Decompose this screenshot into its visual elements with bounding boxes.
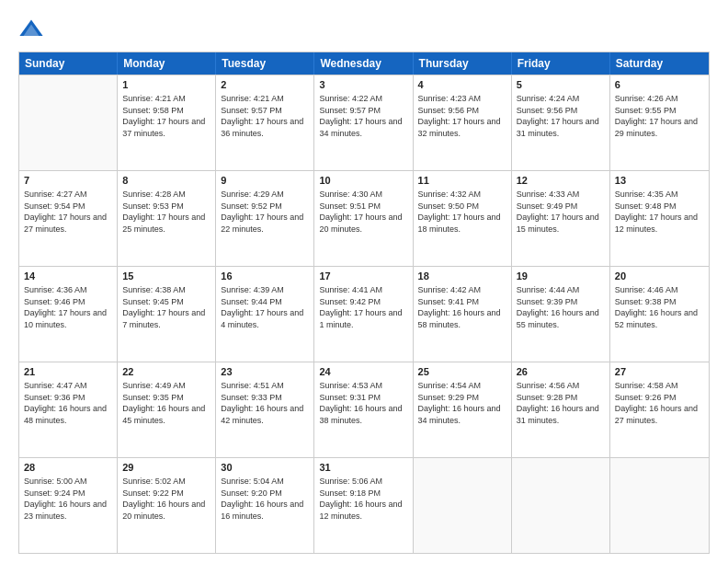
day-number: 6 — [615, 78, 704, 92]
calendar: SundayMondayTuesdayWednesdayThursdayFrid… — [18, 52, 710, 554]
day-number: 22 — [122, 365, 210, 379]
cal-header-cell: Sunday — [19, 52, 118, 75]
header — [18, 17, 710, 42]
cell-info: Sunrise: 4:35 AM Sunset: 9:48 PM Dayligh… — [615, 190, 698, 234]
cal-header-cell: Monday — [118, 52, 216, 75]
cell-info: Sunrise: 4:22 AM Sunset: 9:57 PM Dayligh… — [319, 94, 402, 138]
cell-info: Sunrise: 4:54 AM Sunset: 9:29 PM Dayligh… — [418, 381, 501, 425]
cell-info: Sunrise: 4:47 AM Sunset: 9:36 PM Dayligh… — [24, 381, 107, 425]
day-number: 14 — [24, 270, 112, 283]
day-number: 29 — [122, 461, 210, 475]
day-number: 26 — [517, 365, 605, 379]
cell-info: Sunrise: 4:38 AM Sunset: 9:45 PM Dayligh… — [122, 285, 205, 329]
cell-info: Sunrise: 4:26 AM Sunset: 9:55 PM Dayligh… — [615, 94, 698, 138]
calendar-cell: 25Sunrise: 4:54 AM Sunset: 9:29 PM Dayli… — [414, 362, 512, 457]
calendar-header-row: SundayMondayTuesdayWednesdayThursdayFrid… — [19, 52, 709, 75]
page: SundayMondayTuesdayWednesdayThursdayFrid… — [0, 0, 728, 563]
calendar-cell: 4Sunrise: 4:23 AM Sunset: 9:56 PM Daylig… — [414, 75, 512, 170]
calendar-cell: 29Sunrise: 5:02 AM Sunset: 9:22 PM Dayli… — [118, 458, 216, 553]
cell-info: Sunrise: 4:23 AM Sunset: 9:56 PM Dayligh… — [418, 94, 501, 138]
day-number: 4 — [418, 78, 506, 92]
cal-header-cell: Tuesday — [216, 52, 314, 75]
calendar-cell — [414, 458, 512, 553]
calendar-cell: 14Sunrise: 4:36 AM Sunset: 9:46 PM Dayli… — [19, 267, 118, 362]
cell-info: Sunrise: 4:53 AM Sunset: 9:31 PM Dayligh… — [319, 381, 402, 425]
calendar-row: 21Sunrise: 4:47 AM Sunset: 9:36 PM Dayli… — [19, 362, 709, 457]
cell-info: Sunrise: 4:28 AM Sunset: 9:53 PM Dayligh… — [122, 190, 205, 234]
cell-info: Sunrise: 5:04 AM Sunset: 9:20 PM Dayligh… — [221, 477, 303, 521]
calendar-cell: 12Sunrise: 4:33 AM Sunset: 9:49 PM Dayli… — [512, 171, 610, 266]
calendar-cell: 21Sunrise: 4:47 AM Sunset: 9:36 PM Dayli… — [19, 362, 118, 457]
calendar-cell: 2Sunrise: 4:21 AM Sunset: 9:57 PM Daylig… — [216, 75, 314, 170]
day-number: 27 — [615, 365, 704, 379]
cell-info: Sunrise: 4:44 AM Sunset: 9:39 PM Dayligh… — [517, 285, 599, 329]
cell-info: Sunrise: 4:29 AM Sunset: 9:52 PM Dayligh… — [221, 190, 303, 234]
logo — [18, 17, 48, 42]
logo-icon — [18, 17, 44, 42]
calendar-cell: 3Sunrise: 4:22 AM Sunset: 9:57 PM Daylig… — [314, 75, 413, 170]
day-number: 21 — [24, 365, 112, 379]
day-number: 13 — [615, 174, 704, 188]
calendar-cell: 26Sunrise: 4:56 AM Sunset: 9:28 PM Dayli… — [512, 362, 610, 457]
cell-info: Sunrise: 4:58 AM Sunset: 9:26 PM Dayligh… — [615, 381, 698, 425]
cell-info: Sunrise: 4:33 AM Sunset: 9:49 PM Dayligh… — [517, 190, 599, 234]
cal-header-cell: Wednesday — [314, 52, 413, 75]
calendar-cell: 15Sunrise: 4:38 AM Sunset: 9:45 PM Dayli… — [118, 267, 216, 362]
calendar-cell — [610, 458, 709, 553]
cell-info: Sunrise: 5:00 AM Sunset: 9:24 PM Dayligh… — [24, 477, 107, 521]
cell-info: Sunrise: 4:46 AM Sunset: 9:38 PM Dayligh… — [615, 285, 698, 329]
calendar-cell: 6Sunrise: 4:26 AM Sunset: 9:55 PM Daylig… — [610, 75, 709, 170]
day-number: 5 — [517, 78, 605, 92]
cal-header-cell: Thursday — [414, 52, 512, 75]
cell-info: Sunrise: 4:32 AM Sunset: 9:50 PM Dayligh… — [418, 190, 501, 234]
calendar-cell — [512, 458, 610, 553]
calendar-cell: 8Sunrise: 4:28 AM Sunset: 9:53 PM Daylig… — [118, 171, 216, 266]
day-number: 30 — [221, 461, 309, 475]
day-number: 1 — [122, 78, 210, 92]
calendar-cell: 28Sunrise: 5:00 AM Sunset: 9:24 PM Dayli… — [19, 458, 118, 553]
calendar-cell: 17Sunrise: 4:41 AM Sunset: 9:42 PM Dayli… — [314, 267, 413, 362]
calendar-cell: 24Sunrise: 4:53 AM Sunset: 9:31 PM Dayli… — [314, 362, 413, 457]
day-number: 20 — [615, 270, 704, 283]
calendar-cell: 13Sunrise: 4:35 AM Sunset: 9:48 PM Dayli… — [610, 171, 709, 266]
day-number: 23 — [221, 365, 309, 379]
cell-info: Sunrise: 5:02 AM Sunset: 9:22 PM Dayligh… — [122, 477, 205, 521]
calendar-cell: 23Sunrise: 4:51 AM Sunset: 9:33 PM Dayli… — [216, 362, 314, 457]
day-number: 2 — [221, 78, 309, 92]
calendar-cell: 11Sunrise: 4:32 AM Sunset: 9:50 PM Dayli… — [414, 171, 512, 266]
cell-info: Sunrise: 4:39 AM Sunset: 9:44 PM Dayligh… — [221, 285, 303, 329]
calendar-cell: 18Sunrise: 4:42 AM Sunset: 9:41 PM Dayli… — [414, 267, 512, 362]
calendar-row: 28Sunrise: 5:00 AM Sunset: 9:24 PM Dayli… — [19, 457, 709, 553]
calendar-cell: 16Sunrise: 4:39 AM Sunset: 9:44 PM Dayli… — [216, 267, 314, 362]
day-number: 8 — [122, 174, 210, 188]
calendar-cell: 20Sunrise: 4:46 AM Sunset: 9:38 PM Dayli… — [610, 267, 709, 362]
day-number: 25 — [418, 365, 506, 379]
calendar-cell: 5Sunrise: 4:24 AM Sunset: 9:56 PM Daylig… — [512, 75, 610, 170]
calendar-cell: 7Sunrise: 4:27 AM Sunset: 9:54 PM Daylig… — [19, 171, 118, 266]
calendar-cell: 31Sunrise: 5:06 AM Sunset: 9:18 PM Dayli… — [314, 458, 413, 553]
day-number: 16 — [221, 270, 309, 283]
cell-info: Sunrise: 4:49 AM Sunset: 9:35 PM Dayligh… — [122, 381, 205, 425]
cell-info: Sunrise: 4:24 AM Sunset: 9:56 PM Dayligh… — [517, 94, 599, 138]
cell-info: Sunrise: 4:30 AM Sunset: 9:51 PM Dayligh… — [319, 190, 402, 234]
calendar-row: 7Sunrise: 4:27 AM Sunset: 9:54 PM Daylig… — [19, 170, 709, 266]
calendar-cell: 19Sunrise: 4:44 AM Sunset: 9:39 PM Dayli… — [512, 267, 610, 362]
day-number: 7 — [24, 174, 112, 188]
calendar-cell: 1Sunrise: 4:21 AM Sunset: 9:58 PM Daylig… — [118, 75, 216, 170]
day-number: 24 — [319, 365, 407, 379]
calendar-cell: 30Sunrise: 5:04 AM Sunset: 9:20 PM Dayli… — [216, 458, 314, 553]
cal-header-cell: Saturday — [610, 52, 709, 75]
calendar-cell: 10Sunrise: 4:30 AM Sunset: 9:51 PM Dayli… — [314, 171, 413, 266]
day-number: 31 — [319, 461, 407, 475]
cell-info: Sunrise: 4:21 AM Sunset: 9:57 PM Dayligh… — [221, 94, 303, 138]
calendar-cell: 27Sunrise: 4:58 AM Sunset: 9:26 PM Dayli… — [610, 362, 709, 457]
calendar-row: 1Sunrise: 4:21 AM Sunset: 9:58 PM Daylig… — [19, 75, 709, 170]
cal-header-cell: Friday — [512, 52, 610, 75]
day-number: 17 — [319, 270, 407, 283]
day-number: 28 — [24, 461, 112, 475]
calendar-cell: 9Sunrise: 4:29 AM Sunset: 9:52 PM Daylig… — [216, 171, 314, 266]
cell-info: Sunrise: 4:51 AM Sunset: 9:33 PM Dayligh… — [221, 381, 303, 425]
day-number: 18 — [418, 270, 506, 283]
cell-info: Sunrise: 4:42 AM Sunset: 9:41 PM Dayligh… — [418, 285, 501, 329]
calendar-row: 14Sunrise: 4:36 AM Sunset: 9:46 PM Dayli… — [19, 266, 709, 362]
